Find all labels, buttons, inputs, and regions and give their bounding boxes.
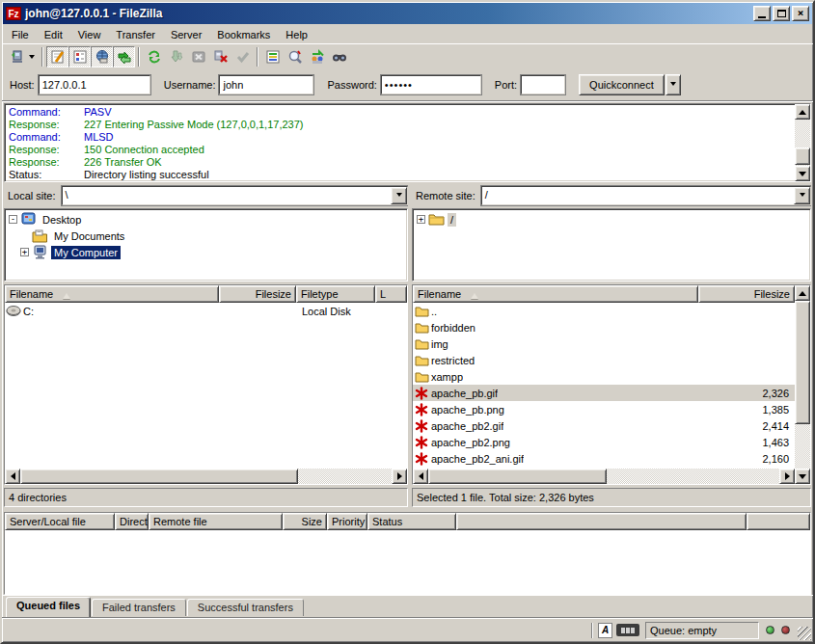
remote-vertical-scrollbar[interactable] xyxy=(795,285,810,484)
tab-successful-transfers[interactable]: Successful transfers xyxy=(187,599,304,616)
minimize-button[interactable] xyxy=(753,6,771,21)
column-header-filesize[interactable]: Filesize xyxy=(698,285,795,303)
tab-queued-files[interactable]: Queued files xyxy=(6,597,91,617)
scroll-down-button[interactable] xyxy=(795,166,810,181)
local-file-row[interactable]: C: Local Disk xyxy=(5,303,407,319)
toggle-queue-button[interactable] xyxy=(113,46,135,67)
remote-file-row[interactable]: xampp xyxy=(413,368,795,385)
scroll-left-button[interactable] xyxy=(5,469,20,484)
column-header-direction[interactable]: Directi... xyxy=(115,513,149,530)
remote-list-header: Filename Filesize xyxy=(413,285,795,303)
queue-body[interactable] xyxy=(5,530,810,594)
remote-file-row[interactable]: apache_pb.png1,385 xyxy=(413,401,795,417)
tree-item-root[interactable]: + / xyxy=(417,211,810,228)
reconnect-icon xyxy=(235,49,251,65)
menu-file[interactable]: File xyxy=(4,27,37,42)
titlebar[interactable]: Fz john@127.0.0.1 - FileZilla × xyxy=(3,3,812,24)
remote-file-row[interactable]: apache_pb2_ani.gif2,160 xyxy=(413,450,795,467)
local-horizontal-scrollbar[interactable] xyxy=(5,469,407,484)
scroll-thumb[interactable] xyxy=(795,148,810,165)
remote-site-dropdown-button[interactable] xyxy=(794,187,810,204)
remote-file-row[interactable]: .. xyxy=(413,303,795,319)
find-button[interactable] xyxy=(328,46,350,67)
tree-item-my-computer[interactable]: + My Computer xyxy=(9,244,407,260)
local-site-value[interactable]: \ xyxy=(63,187,391,204)
process-queue-button[interactable] xyxy=(165,46,187,67)
menu-transfer[interactable]: Transfer xyxy=(108,27,163,42)
toggle-local-tree-button[interactable] xyxy=(68,46,91,67)
menu-edit[interactable]: Edit xyxy=(37,27,70,42)
column-header-filename[interactable]: Filename xyxy=(413,285,698,303)
scroll-thumb[interactable] xyxy=(20,469,298,484)
tree-item-label[interactable]: My Computer xyxy=(51,246,121,259)
menu-server[interactable]: Server xyxy=(163,27,209,42)
refresh-button[interactable] xyxy=(143,46,165,67)
sync-browsing-button[interactable] xyxy=(306,46,328,67)
tab-failed-transfers[interactable]: Failed transfers xyxy=(92,599,186,616)
expand-icon[interactable]: + xyxy=(417,215,425,224)
scroll-right-button[interactable] xyxy=(779,469,795,484)
username-input[interactable] xyxy=(219,75,313,94)
column-header-last-modified[interactable]: L xyxy=(375,285,407,303)
remote-file-row-selected[interactable]: apache_pb.gif2,326 xyxy=(413,385,795,401)
tree-item-label[interactable]: My Documents xyxy=(51,229,127,243)
local-site-dropdown-button[interactable] xyxy=(391,187,407,204)
scroll-track[interactable] xyxy=(298,469,392,484)
column-header-status[interactable]: Status xyxy=(367,513,456,530)
column-header-filename[interactable]: Filename xyxy=(5,285,219,303)
scroll-thumb[interactable] xyxy=(795,301,810,424)
tree-item-my-documents[interactable]: My Documents xyxy=(9,228,407,244)
tree-item-label[interactable]: Desktop xyxy=(40,213,84,227)
menu-bookmarks[interactable]: Bookmarks xyxy=(209,27,278,42)
scroll-down-button[interactable] xyxy=(795,469,810,484)
close-button[interactable]: × xyxy=(792,6,809,21)
column-header-server-local-file[interactable]: Server/Local file xyxy=(5,513,115,530)
quickconnect-button[interactable]: Quickconnect xyxy=(579,74,665,95)
column-header-remote-file[interactable]: Remote file xyxy=(149,513,283,530)
remote-file-row[interactable]: forbidden xyxy=(413,319,795,335)
menu-help[interactable]: Help xyxy=(278,27,315,42)
cancel-button[interactable] xyxy=(187,46,209,67)
host-input[interactable] xyxy=(39,75,150,94)
scroll-track[interactable] xyxy=(795,301,810,469)
column-header-filesize[interactable]: Filesize xyxy=(219,285,296,303)
tree-item-desktop[interactable]: - Desktop xyxy=(9,211,407,228)
site-manager-button[interactable] xyxy=(6,46,39,67)
scroll-up-button[interactable] xyxy=(795,104,810,120)
tree-item-label[interactable]: / xyxy=(448,213,456,227)
remote-file-row[interactable]: restricted xyxy=(413,352,795,368)
speed-limits-icon[interactable] xyxy=(616,624,639,636)
menu-view[interactable]: View xyxy=(70,27,109,42)
maximize-button[interactable] xyxy=(773,6,790,21)
remote-file-row[interactable]: apache_pb2.gif2,414 xyxy=(413,417,795,434)
remote-site-value[interactable]: / xyxy=(482,187,794,204)
resize-grip[interactable] xyxy=(798,627,811,640)
scroll-right-button[interactable] xyxy=(392,469,407,484)
column-header-size[interactable]: Size xyxy=(283,513,327,530)
port-input[interactable] xyxy=(521,75,565,94)
column-header-filetype[interactable]: Filetype xyxy=(296,285,375,303)
toggle-log-button[interactable] xyxy=(46,46,68,67)
scroll-up-button[interactable] xyxy=(795,285,810,301)
transfer-type-ascii-icon[interactable]: A xyxy=(598,623,612,638)
column-header-priority[interactable]: Priority xyxy=(327,513,367,530)
collapse-icon[interactable]: - xyxy=(9,215,17,224)
reconnect-button[interactable] xyxy=(231,46,254,67)
scroll-left-button[interactable] xyxy=(413,469,428,484)
disconnect-button[interactable] xyxy=(209,46,231,67)
scroll-track[interactable] xyxy=(607,469,779,484)
password-input[interactable] xyxy=(381,75,481,94)
log-vertical-scrollbar[interactable] xyxy=(795,104,810,181)
local-site-combobox[interactable]: \ xyxy=(62,186,408,205)
remote-site-combobox[interactable]: / xyxy=(481,186,811,205)
compare-button[interactable] xyxy=(284,46,306,67)
filter-button[interactable] xyxy=(261,46,284,67)
remote-file-row[interactable]: img xyxy=(413,335,795,352)
remote-file-row[interactable]: apache_pb2.png1,463 xyxy=(413,434,795,450)
toggle-remote-tree-button[interactable] xyxy=(91,46,113,67)
scroll-track[interactable] xyxy=(795,120,810,166)
quickconnect-dropdown-button[interactable] xyxy=(666,74,681,95)
scroll-thumb[interactable] xyxy=(428,469,607,484)
remote-horizontal-scrollbar[interactable] xyxy=(413,469,795,484)
expand-icon[interactable]: + xyxy=(20,248,29,256)
